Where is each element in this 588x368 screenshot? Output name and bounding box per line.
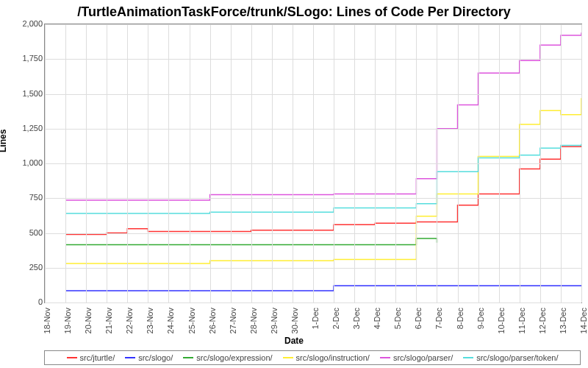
grid-line-v — [334, 24, 334, 302]
x-tick: 10-Dec — [497, 308, 506, 333]
y-tick: 500 — [10, 228, 43, 237]
x-tick: 28-Nov — [249, 308, 258, 333]
grid-line-v — [45, 24, 46, 302]
x-tick: 9-Dec — [476, 308, 485, 329]
grid-line-v — [272, 24, 273, 302]
x-tick: 25-Nov — [187, 308, 196, 333]
legend-swatch — [380, 357, 390, 358]
grid-line-v — [148, 24, 148, 302]
x-tick: 19-Nov — [63, 308, 72, 333]
grid-line-v — [127, 24, 128, 302]
x-tick: 2-Dec — [331, 308, 340, 329]
y-tick: 1,500 — [10, 89, 43, 98]
series-line — [65, 144, 581, 214]
grid-line-v — [416, 24, 417, 302]
chart-container: /TurtleAnimationTaskForce/trunk/SLogo: L… — [0, 0, 588, 368]
legend-label: src/slogo/expression/ — [196, 353, 272, 362]
legend-swatch — [125, 357, 135, 358]
legend-item: src/slogo/parser/token/ — [463, 353, 558, 362]
x-tick: 23-Nov — [146, 308, 154, 333]
y-tick: 1,750 — [10, 54, 43, 63]
grid-line-v — [210, 24, 211, 302]
y-tick: 2,000 — [10, 19, 43, 28]
x-tick: 4-Dec — [373, 308, 381, 329]
y-tick: 1,000 — [10, 158, 43, 167]
grid-line-v — [313, 24, 314, 302]
legend-label: src/slogo/parser/ — [393, 353, 453, 362]
y-tick: 250 — [10, 263, 43, 272]
legend-swatch — [283, 357, 293, 358]
legend-label: src/slogo/instruction/ — [296, 353, 370, 362]
grid-line-v — [65, 24, 66, 302]
y-axis-label: Lines — [0, 130, 8, 152]
grid-line-v — [395, 24, 396, 302]
grid-line-v — [168, 24, 169, 302]
legend-label: src/jturtle/ — [80, 353, 115, 362]
x-tick: 12-Dec — [538, 308, 547, 333]
series-line — [65, 32, 581, 200]
x-tick: 11-Dec — [517, 308, 526, 333]
legend-swatch — [67, 357, 77, 358]
x-tick: 6-Dec — [414, 308, 423, 329]
x-tick: 22-Nov — [125, 308, 134, 333]
grid-line-v — [437, 24, 437, 302]
grid-line-v — [231, 24, 232, 302]
y-tick: 750 — [10, 193, 43, 202]
x-tick: 18-Nov — [43, 308, 51, 333]
legend-label: src/slogo/parser/token/ — [476, 353, 558, 362]
x-axis-label: Date — [0, 336, 588, 346]
legend-item: src/slogo/ — [125, 353, 173, 362]
legend: src/jturtle/src/slogo/src/slogo/expressi… — [44, 350, 581, 365]
grid-line-v — [251, 24, 252, 302]
legend-item: src/jturtle/ — [67, 353, 115, 362]
grid-line-v — [520, 24, 520, 302]
grid-line-v — [478, 24, 479, 302]
grid-line-v — [86, 24, 87, 302]
grid-line-h — [45, 302, 581, 303]
x-tick: 5-Dec — [393, 308, 402, 329]
grid-line-v — [107, 24, 107, 302]
legend-swatch — [183, 357, 193, 358]
legend-item: src/slogo/expression/ — [183, 353, 272, 362]
x-tick: 24-Nov — [166, 308, 175, 333]
grid-line-v — [293, 24, 293, 302]
x-tick: 3-Dec — [352, 308, 361, 329]
x-tick: 13-Dec — [559, 308, 567, 333]
x-tick: 27-Nov — [229, 308, 237, 333]
series-line — [65, 286, 581, 291]
legend-item: src/slogo/instruction/ — [283, 353, 370, 362]
grid-line-v — [561, 24, 562, 302]
grid-line-v — [354, 24, 355, 302]
grid-line-v — [499, 24, 500, 302]
x-tick: 7-Dec — [434, 308, 443, 329]
legend-swatch — [463, 357, 473, 358]
grid-line-v — [581, 24, 582, 302]
series-line — [65, 145, 581, 234]
plot-area — [44, 24, 582, 303]
x-tick: 30-Nov — [290, 308, 299, 333]
grid-line-v — [458, 24, 459, 302]
chart-title: /TurtleAnimationTaskForce/trunk/SLogo: L… — [0, 4, 588, 20]
legend-item: src/slogo/parser/ — [380, 353, 453, 362]
y-tick: 0 — [10, 297, 43, 306]
x-tick: 20-Nov — [84, 308, 93, 333]
x-tick: 1-Dec — [311, 308, 320, 329]
x-tick: 29-Nov — [270, 308, 279, 333]
series-line — [65, 98, 581, 263]
x-tick: 26-Nov — [208, 308, 217, 333]
grid-line-v — [190, 24, 190, 302]
x-tick: 21-Nov — [104, 308, 113, 333]
x-tick: 14-Dec — [579, 308, 588, 333]
y-tick: 1,250 — [10, 124, 43, 132]
grid-line-v — [375, 24, 376, 302]
grid-line-v — [540, 24, 541, 302]
x-tick: 8-Dec — [456, 308, 465, 329]
legend-label: src/slogo/ — [138, 353, 173, 362]
